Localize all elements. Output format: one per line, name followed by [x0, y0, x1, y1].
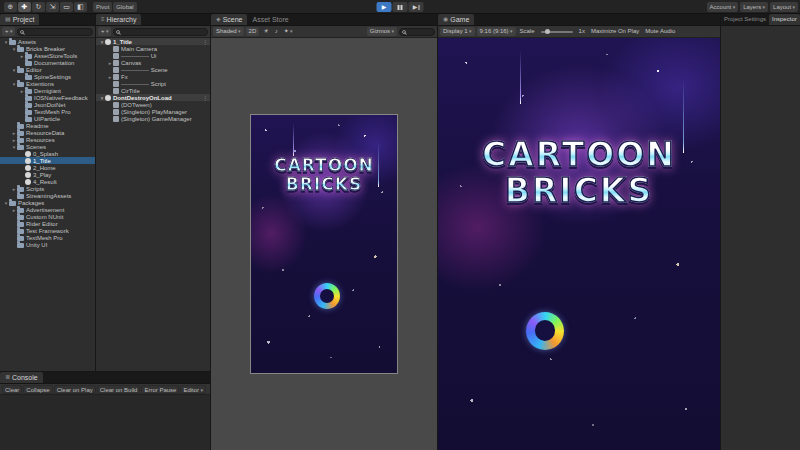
transform-tool-icon[interactable]: ◧	[74, 2, 87, 12]
scene-game-preview[interactable]: CARTOON BRICKS	[251, 115, 397, 373]
hierarchy-search-input[interactable]	[113, 28, 208, 36]
project-tree-item[interactable]: JsonDotNet	[0, 101, 95, 108]
hierarchy-item[interactable]: -------------- Ui	[96, 52, 210, 59]
rect-tool-icon[interactable]: ▭	[60, 2, 73, 12]
project-tree-item[interactable]: Bricks Breaker	[0, 45, 95, 52]
project-tree-item[interactable]: ResourceData	[0, 129, 95, 136]
hierarchy-item[interactable]: (Singleton) PlayManager	[96, 108, 210, 115]
hierarchy-item[interactable]: (Singleton) GameManager	[96, 115, 210, 122]
scale-slider-knob[interactable]	[545, 29, 550, 34]
tab-console[interactable]: ≣Console	[0, 372, 43, 383]
tab-game[interactable]: ◉Game	[438, 14, 474, 25]
project-tree-item[interactable]: 1_Title	[0, 157, 95, 164]
console-log-area[interactable]	[0, 395, 210, 450]
scene-icon: ◈	[216, 14, 221, 25]
console-button[interactable]: Editor	[180, 385, 206, 394]
maximize-on-play-toggle[interactable]: Maximize On Play	[589, 27, 641, 36]
project-tree-item[interactable]: Unity UI	[0, 241, 95, 248]
display-dropdown[interactable]: Display 1	[440, 27, 475, 36]
pause-button[interactable]	[393, 2, 408, 12]
aspect-ratio-dropdown[interactable]: 9:16 (9:16)	[477, 27, 516, 36]
account-dropdown[interactable]: Account	[707, 2, 739, 12]
project-tree-item[interactable]: Scenes	[0, 143, 95, 150]
step-button[interactable]: ▶	[409, 2, 424, 12]
game-viewport[interactable]: CARTOON BRICKS	[438, 38, 720, 450]
play-button[interactable]: ▶	[377, 2, 392, 12]
project-tree-item[interactable]: Readme	[0, 122, 95, 129]
tab-project[interactable]: ▤Project	[0, 14, 39, 25]
mute-audio-toggle[interactable]: Mute Audio	[643, 27, 677, 36]
item-label: Resources	[26, 137, 55, 143]
project-tree-item[interactable]: TextMesh Pro	[0, 234, 95, 241]
pan-tool-icon[interactable]: ⊕	[4, 2, 17, 12]
global-toggle[interactable]: Global	[113, 2, 136, 12]
project-tree-item[interactable]: Documentation	[0, 59, 95, 66]
gizmos-dropdown[interactable]: Gizmos	[367, 27, 397, 36]
project-tree-item[interactable]: Advertisement	[0, 206, 95, 213]
console-button[interactable]: Collapse	[23, 385, 52, 394]
project-tree-item[interactable]: IOSNativeFeedback	[0, 94, 95, 101]
scale-slider[interactable]	[541, 31, 573, 33]
project-tree-item[interactable]: 3_Play	[0, 171, 95, 178]
scene-toolbar: Shaded 2D ☀ ♪ ✦ Gizmos	[211, 26, 437, 38]
hierarchy-item[interactable]: (DOTween)	[96, 101, 210, 108]
project-tree-item[interactable]: Custom NUnit	[0, 213, 95, 220]
move-tool-icon[interactable]: ✚	[18, 2, 31, 12]
project-tree-item[interactable]: Scripts	[0, 185, 95, 192]
tab-scene[interactable]: ◈Scene	[211, 14, 247, 25]
project-tree-item[interactable]: 2_Home	[0, 164, 95, 171]
hierarchy-item[interactable]: 1_Title	[96, 38, 210, 45]
hierarchy-item[interactable]: Fx	[96, 73, 210, 80]
project-tree-item[interactable]: Packages	[0, 199, 95, 206]
scale-tool-icon[interactable]: ⇲	[46, 2, 59, 12]
project-tree-item[interactable]: Resources	[0, 136, 95, 143]
project-tree-item[interactable]: 0_Splash	[0, 150, 95, 157]
lighting-toggle-icon[interactable]: ☀	[261, 27, 270, 36]
item-icon	[25, 165, 31, 171]
layers-dropdown[interactable]: Layers	[740, 2, 768, 12]
project-tree-item[interactable]: UIParticle	[0, 115, 95, 122]
hierarchy-item[interactable]: -------------- Script	[96, 80, 210, 87]
scene-search-input[interactable]	[399, 28, 435, 36]
layout-dropdown[interactable]: Layout	[770, 2, 798, 12]
hierarchy-item[interactable]: CirTitle	[96, 87, 210, 94]
project-tree-item[interactable]: Assets	[0, 38, 95, 45]
project-tree-item[interactable]: Demigiant	[0, 87, 95, 94]
tab-hierarchy[interactable]: ≡Hierarchy	[96, 14, 141, 25]
tab-asset-store[interactable]: Asset Store	[247, 14, 293, 25]
audio-toggle-icon[interactable]: ♪	[273, 27, 280, 36]
project-tree-item[interactable]: SpineSettings	[0, 73, 95, 80]
hierarchy-item[interactable]: -------------- Scene	[96, 66, 210, 73]
rotate-tool-icon[interactable]: ↻	[32, 2, 45, 12]
item-label: Advertisement	[26, 207, 64, 213]
2d-toggle[interactable]: 2D	[246, 27, 260, 36]
shading-mode-dropdown[interactable]: Shaded	[213, 27, 244, 36]
item-label: Main Camera	[121, 46, 157, 52]
scene-viewport[interactable]: CARTOON BRICKS	[211, 38, 437, 450]
console-button[interactable]: Error Pause	[141, 385, 179, 394]
hierarchy-item[interactable]: Canvas	[96, 59, 210, 66]
hierarchy-item[interactable]: DontDestroyOnLoad	[96, 94, 210, 101]
hierarchy-item[interactable]: Main Camera	[96, 45, 210, 52]
inspector-dock-tab[interactable]: Project Settings	[721, 14, 769, 25]
project-tree-item[interactable]: StreamingAssets	[0, 192, 95, 199]
pivot-toggle[interactable]: Pivot	[93, 2, 112, 12]
project-tree-item[interactable]: AssetStoreTools	[0, 52, 95, 59]
console-button[interactable]: Clear on Build	[97, 385, 141, 394]
search-icon	[402, 30, 406, 34]
inspector-dock-tab[interactable]: Inspector	[769, 14, 800, 25]
item-icon	[25, 117, 32, 122]
project-tree-item[interactable]: TextMesh Pro	[0, 108, 95, 115]
project-tree-item[interactable]: Editor	[0, 66, 95, 73]
project-tree-item[interactable]: Test Framework	[0, 227, 95, 234]
create-object-button[interactable]: +	[98, 27, 111, 36]
create-asset-button[interactable]: +	[2, 27, 15, 36]
game-render[interactable]: CARTOON BRICKS	[438, 38, 720, 450]
console-button[interactable]: Clear	[2, 385, 22, 394]
project-tree-item[interactable]: 4_Result	[0, 178, 95, 185]
project-search-input[interactable]	[17, 28, 93, 36]
project-tree-item[interactable]: Rider Editor	[0, 220, 95, 227]
project-tree-item[interactable]: Extentions	[0, 80, 95, 87]
effects-toggle-icon[interactable]: ✦	[282, 27, 295, 36]
console-button[interactable]: Clear on Play	[54, 385, 96, 394]
